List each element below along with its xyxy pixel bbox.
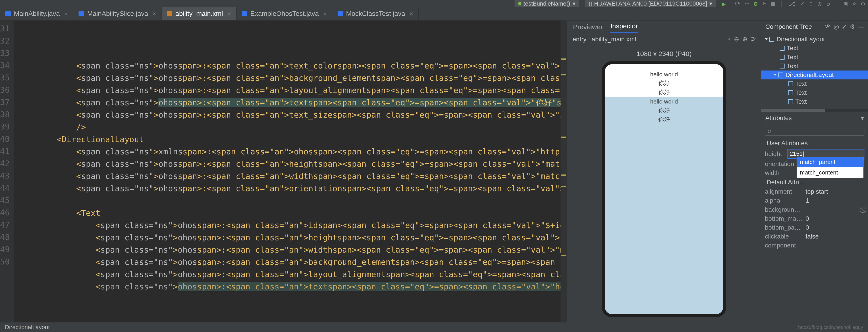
tree-node[interactable]: Text [761, 80, 868, 88]
tab-ability-main-xml[interactable]: ability_main.xml× [161, 7, 237, 20]
box-icon[interactable]: ▣ [844, 0, 847, 7]
component-tree-title: Component Tree [765, 23, 812, 30]
tree-node[interactable]: DirectionalLayout [761, 70, 868, 80]
settings-icon[interactable]: ⚙ [861, 0, 865, 7]
tab-inspector[interactable]: Inspector [610, 22, 638, 33]
component-tree[interactable]: DirectionalLayoutTextTextTextDirectional… [761, 33, 868, 108]
git-icon[interactable]: ⎇ [788, 0, 796, 7]
eye-icon[interactable]: 👁 [825, 23, 831, 30]
device-selector[interactable]: ▯ HUAWEI ANA-AN00 [EDG0119C11000068] ▾ [585, 0, 716, 8]
attr-key: component_… [765, 242, 803, 249]
expand-icon[interactable]: ⤢ [842, 23, 847, 30]
pull-icon[interactable]: ↧ [809, 0, 813, 7]
tree-node[interactable]: Text [761, 88, 868, 97]
expand-toggle-icon[interactable] [774, 74, 776, 76]
zoom-out-icon[interactable]: ⊖ [734, 35, 739, 43]
close-icon[interactable]: × [410, 10, 413, 17]
attr-value[interactable]: false [806, 233, 864, 240]
attribute-row[interactable]: bottom_mar…0 [761, 214, 868, 223]
toolbar-action-icons: ⟳ ☼ ⚙ ➤ ■ | ⎇ ✓ ↧ ◷ ↺ | ▣ ⌕ ⚙ [735, 0, 865, 7]
rerun-icon[interactable]: ⟳ [735, 0, 740, 7]
attribute-row[interactable]: bottom_pad…0 [761, 223, 868, 232]
tab-label: MainAbilitySlice.java [87, 10, 148, 18]
profile-icon[interactable]: ⚙ [754, 0, 757, 7]
search-icon[interactable]: ⌕ [852, 0, 856, 7]
component-icon [788, 99, 793, 104]
line-number: 32 [0, 35, 9, 47]
attributes-search-input[interactable]: ⌕ [765, 126, 864, 135]
horizontal-scrollbar[interactable] [761, 109, 868, 112]
attr-key: alignment [765, 188, 803, 195]
tab-previewer[interactable]: Previewer [573, 23, 603, 33]
attr-key: clickable [765, 233, 803, 240]
device-frame: hello world 你好 你好 hello world 你好 你好 [602, 61, 726, 317]
attribute-row[interactable]: clickablefalse [761, 232, 868, 241]
attr-value[interactable]: 0 [806, 224, 864, 231]
minimize-icon[interactable]: — [858, 23, 864, 30]
gear-icon[interactable]: ⚙ [849, 23, 855, 30]
component-icon [780, 55, 784, 60]
debug-icon[interactable]: ☼ [745, 0, 749, 7]
previewer-panel: Previewer Inspector entry : ability_main… [567, 21, 761, 332]
stop-icon[interactable]: ■ [771, 0, 775, 7]
dropdown-option[interactable]: match_parent [797, 157, 863, 167]
attr-value[interactable]: 1 [806, 197, 864, 204]
attr-value[interactable]: top|start [806, 188, 864, 195]
attributes-header: Attributes ▾ [761, 113, 868, 123]
tree-node[interactable]: DirectionalLayout [761, 35, 868, 44]
tree-node[interactable]: Text [761, 62, 868, 70]
zoom-in-icon[interactable]: ⊕ [742, 35, 747, 43]
attr-value[interactable]: 0 [806, 215, 864, 222]
expand-toggle-icon[interactable] [765, 38, 768, 40]
device-preview-canvas[interactable]: hello world 你好 你好 hello world 你好 你好 [567, 60, 761, 332]
tree-node[interactable]: Text [761, 53, 868, 62]
tab-label: MainAbility.java [14, 10, 60, 18]
tree-node[interactable]: Text [761, 97, 868, 106]
line-number: 37 [0, 96, 9, 108]
component-tree-header: Component Tree 👁 ◎ ⤢ ⚙ — [761, 21, 868, 33]
locate-icon[interactable]: ⌖ [727, 35, 731, 43]
line-number: 40 [0, 133, 9, 145]
rollback-icon[interactable]: ↺ [827, 0, 830, 7]
close-icon[interactable]: × [227, 10, 231, 17]
watermark-text: https://blog.csdn.net/nokiaguy [798, 324, 863, 330]
close-icon[interactable]: × [64, 10, 68, 17]
attach-icon[interactable]: ➤ [763, 0, 766, 7]
attribute-row[interactable]: component_… [761, 241, 868, 250]
dropdown-option[interactable]: match_content [797, 167, 863, 178]
line-number: 38 [0, 108, 9, 120]
tab-mockclasstest[interactable]: MockClassTest.java× [332, 7, 418, 20]
tree-node-label: Text [787, 44, 798, 52]
tab-mainabilityslice[interactable]: MainAbilitySlice.java× [73, 7, 161, 20]
component-icon [780, 46, 784, 51]
scrollbar-thumb[interactable] [761, 109, 826, 112]
device-label: HUAWEI ANA-AN00 [EDG0119C11000068] [594, 0, 707, 7]
user-attributes-section-header[interactable]: User Attributes [761, 138, 868, 148]
code-editor[interactable]: 3132333435363738394041424344454647484950… [0, 21, 567, 332]
ide-top-toolbar: testBundleName() ▾ ▯ HUAWEI ANA-AN00 [ED… [0, 0, 868, 7]
preview-text-nihao-2: 你好 [605, 87, 723, 97]
tab-mainability[interactable]: MainAbility.java× [0, 7, 73, 20]
tree-node[interactable]: Text [761, 44, 868, 53]
tab-exampleohostest[interactable]: ExampleOhosTest.java× [237, 7, 332, 20]
history-icon[interactable]: ◷ [818, 0, 822, 7]
height-suggestions-dropdown[interactable]: match_parentmatch_content [797, 157, 864, 178]
breadcrumb[interactable]: DirectionalLayout [5, 324, 50, 331]
run-icon[interactable]: ▶ [722, 0, 729, 7]
attribute-row[interactable]: alignmenttop|start [761, 187, 868, 196]
tree-node-label: Text [787, 54, 798, 61]
close-icon[interactable]: × [153, 10, 156, 17]
preview-text-hello-2: hello world [605, 97, 723, 105]
collapse-icon[interactable]: ▾ [861, 115, 864, 122]
settings-icon[interactable]: ⟳ [750, 35, 755, 43]
attribute-row[interactable]: alpha1 [761, 196, 868, 205]
commit-icon[interactable]: ✓ [800, 0, 804, 7]
run-config-selector[interactable]: testBundleName() ▾ [515, 0, 579, 8]
target-icon[interactable]: ◎ [834, 23, 839, 30]
error-stripe[interactable] [560, 21, 567, 332]
tree-node-label: Text [795, 80, 807, 87]
default-attributes-section-header[interactable]: Default Attri… [761, 177, 868, 187]
close-icon[interactable]: × [323, 10, 327, 17]
java-file-icon [242, 11, 247, 16]
attribute-row[interactable]: background…⃠ [761, 205, 868, 214]
